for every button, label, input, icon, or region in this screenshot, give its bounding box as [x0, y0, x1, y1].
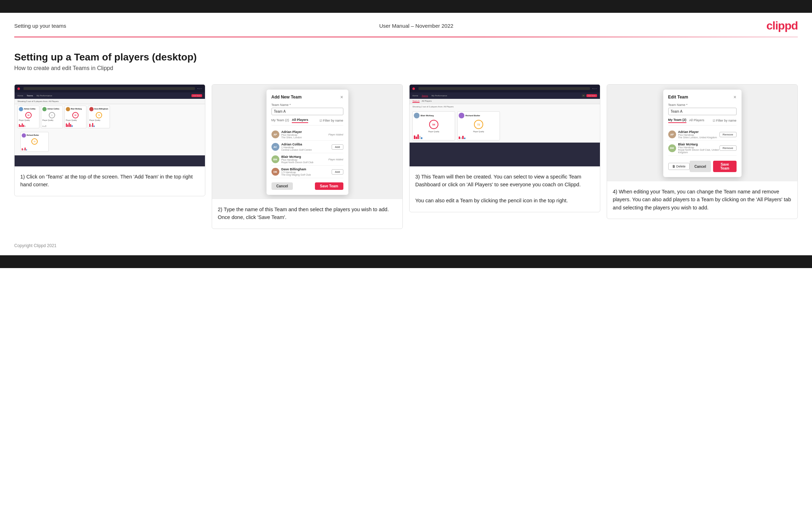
mock1-dot: [17, 87, 20, 90]
mock1-players: Adrian Coliba 84 Player Quality: [15, 104, 205, 130]
bar: [22, 123, 23, 127]
cancel-button[interactable]: Cancel: [271, 182, 293, 190]
card-3: × □ — Home Teams My Performance ✏ Add Te…: [409, 84, 600, 212]
mock1-subbar: Showing 5 out of 5 players from: All Pla…: [15, 99, 205, 104]
edit-team-name-label: Team Name *: [668, 103, 737, 107]
bar: [22, 148, 23, 150]
modal-player-details-3: Blair McHarg Plus Handicap Royal North D…: [281, 155, 313, 164]
modal-player-name-3: Blair McHarg: [281, 155, 313, 159]
card-2-text: 2) Type the name of this Team and then s…: [212, 199, 402, 229]
page-subtitle: How to create and edit Teams in Clippd: [14, 65, 798, 71]
mock1-score-2: 0: [49, 112, 55, 118]
modal-player-avatar-2: AC: [271, 143, 279, 151]
modal-close-icon[interactable]: ×: [340, 95, 343, 100]
mock1-name-1: Adrian Coliba: [24, 108, 36, 110]
mock1-avatar-1: [19, 107, 23, 111]
modal-player-item: DB Dave Billingham 1.5 Handicap The Dog …: [271, 166, 343, 178]
remove-player-button-2[interactable]: Remove: [719, 145, 737, 151]
bar: [72, 125, 73, 127]
edit-player-name-1: Adrian Player: [678, 130, 717, 134]
edit-cancel-button[interactable]: Cancel: [690, 161, 711, 172]
mock1-nav-performance: My Performance: [37, 95, 52, 97]
edit-player-info-2: BM Blair McHarg Plus Handicap Royal Nort…: [668, 143, 719, 154]
mock1-player-3: Blair McHarg 94 Player Quality: [64, 106, 86, 128]
modal-player-club-4: The Dog Maging Golf Club: [281, 174, 311, 176]
mock3-subnav: Team A All Players: [410, 99, 600, 104]
bar: [19, 124, 20, 127]
card-1-text: 1) Click on 'Teams' at the top of the sc…: [15, 166, 205, 196]
modal-player-sub-4: 1.5 Handicap: [281, 171, 311, 174]
mock1-name-4: Dave Billingham: [94, 108, 108, 110]
mock1-nav-teams: Teams: [27, 95, 33, 97]
tab-my-team[interactable]: My Team (2): [271, 118, 289, 123]
main-content: Setting up a Team of players (desktop) H…: [0, 37, 812, 236]
bottom-bar: [0, 255, 812, 268]
edit-save-team-button[interactable]: Save Team: [713, 161, 736, 172]
bar: [42, 126, 43, 127]
mock1-nav: Home Teams My Performance Add Team: [15, 92, 205, 99]
team-name-label: Team Name *: [271, 103, 343, 107]
mock3-nav-perf: My Performance: [432, 95, 447, 97]
edit-player-club-1: The Shire London, United Kingdom: [678, 136, 717, 139]
modal-footer: Cancel Save Team: [271, 182, 343, 190]
mock3-nav-home: Home: [412, 95, 418, 97]
mock1-player-2: Adrian Collins 0 Player Quality: [41, 106, 63, 128]
modal-add-button-2[interactable]: Add: [332, 144, 343, 150]
edit-player-list: AP Adrian Player Plus Handicap The Shire…: [668, 128, 737, 156]
mock1-player-5: Richard Butler 72: [20, 132, 49, 152]
bar: [91, 125, 92, 127]
edit-player-avatar-1: AP: [668, 130, 676, 138]
mock1-avatar-5: [22, 133, 26, 138]
modal-player-name-4: Dave Billingham: [281, 167, 311, 171]
bar: [26, 149, 27, 150]
mock1-name-2: Adrian Collins: [47, 108, 59, 110]
modal-player-info-4: DB Dave Billingham 1.5 Handicap The Dog …: [271, 167, 311, 176]
clippd-logo: clippd: [766, 19, 798, 32]
modal-player-item: AP Adrian Player Plus Handicap The Shire…: [271, 128, 343, 141]
edit-player-details-2: Blair McHarg Plus Handicap Royal North D…: [678, 143, 719, 154]
mock1-player-1: Adrian Coliba 84 Player Quality: [17, 106, 39, 128]
footer: Copyright Clippd 2021: [0, 236, 812, 255]
mock1-bars-3: [66, 122, 85, 127]
bar: [67, 124, 68, 127]
modal-header: Add New Team ×: [271, 95, 343, 100]
edit-player-avatar-2: BM: [668, 144, 676, 152]
modal-player-info-3: BM Blair McHarg Plus Handicap Royal Nort…: [271, 155, 313, 164]
modal-player-sub-1: Plus Handicap: [281, 134, 302, 136]
edit-player-sub-2: Plus Handicap: [678, 146, 719, 149]
edit-tab-all-players[interactable]: All Players: [689, 118, 705, 123]
modal-player-name-1: Adrian Player: [281, 130, 302, 134]
bar: [25, 126, 26, 127]
modal-player-item: AC Adrian Coliba 1 Handicap Central Lond…: [271, 141, 343, 153]
card-4-text: 4) When editing your Team, you can chang…: [607, 181, 797, 219]
tab-all-players[interactable]: All Players: [292, 118, 308, 123]
bar: [44, 126, 45, 127]
mock1-name-3: Blair McHarg: [71, 108, 82, 110]
edit-modal-footer: 🗑 Delete Cancel Save Team: [668, 161, 737, 172]
bar: [89, 124, 90, 127]
mock3-nav: Home Teams My Performance ✏ Add Team: [410, 92, 600, 99]
team-name-input[interactable]: [271, 108, 343, 115]
modal-player-club-1: The Shire, London: [281, 136, 302, 139]
modal-player-avatar-4: DB: [271, 168, 279, 176]
bar: [23, 125, 24, 127]
remove-player-button-1[interactable]: Remove: [719, 132, 737, 137]
mock3-score-2: 72: [474, 120, 483, 129]
copyright-text: Copyright Clippd 2021: [14, 243, 57, 248]
save-team-button[interactable]: Save Team: [315, 182, 343, 190]
modal-player-sub-3: Plus Handicap: [281, 159, 313, 161]
card-1: × □ — Home Teams My Performance Add Team…: [14, 84, 205, 196]
edit-footer-actions: Cancel Save Team: [690, 161, 737, 172]
edit-team-name-input[interactable]: [668, 108, 737, 115]
edit-modal-close-icon[interactable]: ×: [733, 95, 736, 100]
modal-player-avatar-3: BM: [271, 155, 279, 163]
bar: [25, 148, 26, 150]
delete-button[interactable]: 🗑 Delete: [668, 163, 690, 170]
mock3-player-2: Richard Butler 72 Player Quality: [457, 111, 500, 140]
modal-player-status-1: Player Added: [328, 133, 343, 136]
mock1-score-5: 72: [31, 138, 38, 145]
bar: [66, 123, 67, 127]
edit-tab-my-team[interactable]: My Team (2): [668, 118, 686, 123]
modal-add-button-4[interactable]: Add: [332, 169, 343, 175]
modal-player-club-3: Royal North Devon Golf Club: [281, 161, 313, 164]
